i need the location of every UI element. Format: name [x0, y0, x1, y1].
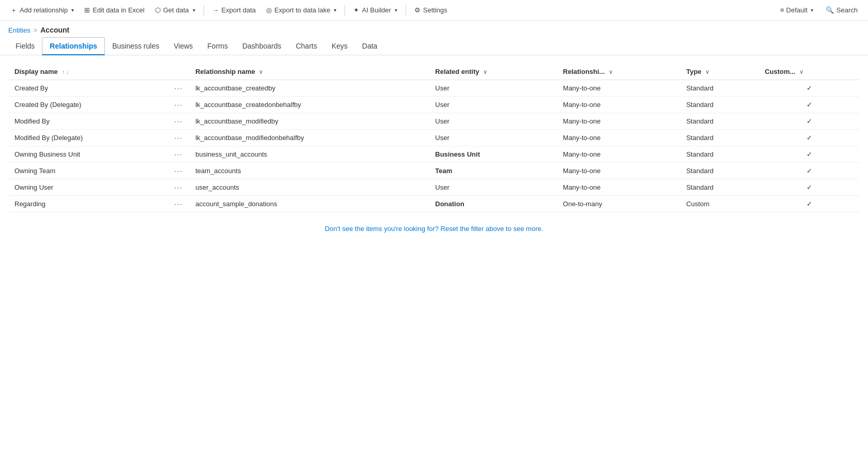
get-data-button[interactable]: ⬡ Get data ▾ — [151, 4, 199, 16]
cell-display-name: Owning User — [8, 179, 168, 196]
toolbar-divider-2 — [345, 5, 345, 16]
toolbar-divider-3 — [406, 5, 406, 16]
col-relationship-name[interactable]: Relationship name ∨ — [189, 64, 429, 80]
breadcrumb-separator: > — [34, 26, 38, 34]
rel-type-filter-icon: ∨ — [609, 69, 613, 75]
get-data-label: Get data — [163, 6, 189, 14]
custom-filter-icon: ∨ — [799, 69, 803, 75]
breadcrumb: Entities > Account — [0, 21, 868, 37]
cell-relationship-name: lk_accountbase_createdonbehalfby — [189, 97, 429, 113]
cell-relationship-type: Many-to-one — [557, 130, 680, 146]
col-type[interactable]: Type ∨ — [680, 64, 758, 80]
settings-label: Settings — [423, 6, 447, 14]
cell-relationship-type: Many-to-one — [557, 146, 680, 163]
filter-reset-message[interactable]: Don't see the items you're looking for? … — [8, 212, 860, 245]
cell-custom: ✓ — [758, 97, 860, 113]
export-lake-button[interactable]: ◎ Export to data lake ▾ — [262, 4, 340, 16]
tab-keys[interactable]: Keys — [324, 38, 355, 55]
tab-charts[interactable]: Charts — [288, 38, 324, 55]
add-relationship-button[interactable]: ＋ Add relationship ▾ — [6, 4, 78, 17]
main-content: Display name ↑ ↓ Relationship name ∨ Rel… — [0, 55, 868, 253]
breadcrumb-entities-link[interactable]: Entities — [8, 26, 30, 34]
col-relationship-type[interactable]: Relationshi... ∨ — [557, 64, 680, 80]
toolbar: ＋ Add relationship ▾ ⊞ Edit data in Exce… — [0, 0, 868, 21]
search-icon: 🔍 — [826, 6, 834, 14]
cell-display-name: Created By (Delegate) — [8, 97, 168, 113]
excel-icon: ⊞ — [84, 6, 90, 14]
tab-fields[interactable]: Fields — [8, 38, 42, 55]
cell-custom: ✓ — [758, 163, 860, 179]
cell-relationship-type: Many-to-one — [557, 179, 680, 196]
cell-type: Standard — [680, 146, 758, 163]
cell-related-entity: User — [429, 179, 556, 196]
cell-custom: ✓ — [758, 179, 860, 196]
cell-type: Standard — [680, 113, 758, 130]
col-related-entity[interactable]: Related entity ∨ — [429, 64, 556, 80]
type-filter-icon: ∨ — [705, 69, 709, 75]
tab-dashboards[interactable]: Dashboards — [235, 38, 289, 55]
cell-related-entity: Donation — [429, 196, 556, 212]
cell-relationship-name: team_accounts — [189, 163, 429, 179]
tabs: Fields Relationships Business rules View… — [0, 37, 868, 55]
cell-relationship-name: lk_accountbase_modifiedby — [189, 113, 429, 130]
tab-business-rules[interactable]: Business rules — [105, 38, 166, 55]
cell-related-entity: User — [429, 80, 556, 97]
cell-related-entity: Team — [429, 163, 556, 179]
settings-icon: ⚙ — [414, 6, 421, 14]
plus-icon: ＋ — [10, 6, 17, 15]
cell-relationship-type: Many-to-one — [557, 113, 680, 130]
export-icon: → — [212, 6, 219, 14]
default-label: Default — [786, 6, 808, 14]
row-actions-button[interactable]: ··· — [168, 80, 189, 97]
row-actions-button[interactable]: ··· — [168, 179, 189, 196]
ai-builder-button[interactable]: ✦ AI Builder ▾ — [349, 4, 401, 16]
col-display-name[interactable]: Display name ↑ ↓ — [8, 64, 168, 80]
row-actions-button[interactable]: ··· — [168, 130, 189, 146]
row-actions-button[interactable]: ··· — [168, 146, 189, 163]
ai-builder-chevron: ▾ — [395, 7, 397, 13]
tab-relationships[interactable]: Relationships — [42, 37, 105, 55]
cell-type: Standard — [680, 163, 758, 179]
cell-display-name: Created By — [8, 80, 168, 97]
toolbar-right: ≡ Default ▾ 🔍 Search — [776, 4, 862, 16]
export-data-button[interactable]: → Export data — [208, 4, 260, 16]
default-selector[interactable]: ≡ Default ▾ — [776, 4, 817, 16]
cell-related-entity: Business Unit — [429, 146, 556, 163]
tab-forms[interactable]: Forms — [200, 38, 235, 55]
table-row: Created By···lk_accountbase_createdbyUse… — [8, 80, 860, 97]
col-custom[interactable]: Custom... ∨ — [758, 64, 860, 80]
add-relationship-label: Add relationship — [20, 6, 68, 14]
settings-button[interactable]: ⚙ Settings — [410, 4, 452, 16]
table-row: Regarding···account_sample_donationsDona… — [8, 196, 860, 212]
row-actions-button[interactable]: ··· — [168, 163, 189, 179]
row-actions-button[interactable]: ··· — [168, 113, 189, 130]
cell-related-entity: User — [429, 113, 556, 130]
row-actions-button[interactable]: ··· — [168, 97, 189, 113]
cell-relationship-name: user_accounts — [189, 179, 429, 196]
cell-display-name: Modified By (Delegate) — [8, 130, 168, 146]
cell-type: Standard — [680, 97, 758, 113]
search-label: Search — [836, 6, 858, 14]
cell-relationship-type: Many-to-one — [557, 97, 680, 113]
cell-relationship-type: Many-to-one — [557, 80, 680, 97]
cell-custom: ✓ — [758, 196, 860, 212]
cell-display-name: Modified By — [8, 113, 168, 130]
tab-views[interactable]: Views — [166, 38, 200, 55]
sort-asc-icon: ↑ ↓ — [61, 69, 69, 75]
cell-type: Standard — [680, 130, 758, 146]
cell-related-entity: User — [429, 130, 556, 146]
search-button[interactable]: 🔍 Search — [822, 4, 862, 16]
cell-type: Standard — [680, 179, 758, 196]
export-lake-label: Export to data lake — [274, 6, 330, 14]
col-actions — [168, 64, 189, 80]
edit-excel-button[interactable]: ⊞ Edit data in Excel — [80, 4, 148, 16]
cell-relationship-type: Many-to-one — [557, 163, 680, 179]
row-actions-button[interactable]: ··· — [168, 196, 189, 212]
ai-icon: ✦ — [353, 6, 359, 14]
cell-type: Standard — [680, 80, 758, 97]
tab-data[interactable]: Data — [355, 38, 385, 55]
get-data-icon: ⬡ — [155, 6, 161, 14]
table-row: Modified By···lk_accountbase_modifiedbyU… — [8, 113, 860, 130]
cell-relationship-name: business_unit_accounts — [189, 146, 429, 163]
cell-relationship-name: account_sample_donations — [189, 196, 429, 212]
